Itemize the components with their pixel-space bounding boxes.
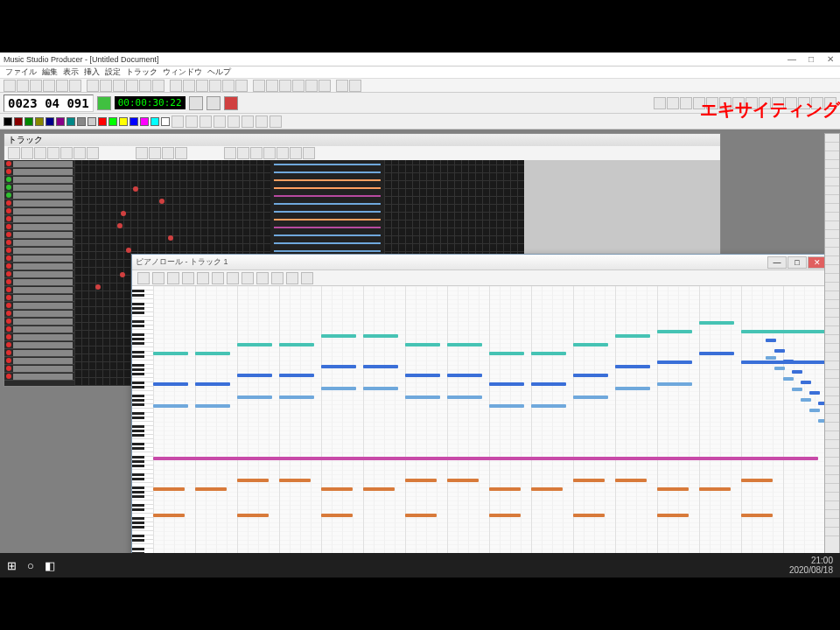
midi-note[interactable]: [531, 404, 566, 408]
midi-note[interactable]: [809, 409, 820, 412]
piano-key-black[interactable]: [132, 539, 144, 542]
side-cell[interactable]: [825, 169, 839, 178]
side-cell[interactable]: [825, 151, 839, 160]
midi-note[interactable]: [405, 374, 440, 377]
piano-key-black[interactable]: [132, 364, 144, 367]
midi-note[interactable]: [405, 343, 440, 346]
track-led-icon[interactable]: [6, 287, 11, 292]
toolbar-button-6[interactable]: [87, 80, 99, 92]
toolbar-button-24[interactable]: [336, 80, 348, 92]
midi-note[interactable]: [489, 487, 521, 491]
toolbar-button-25[interactable]: [349, 80, 361, 92]
track-tool-17[interactable]: [303, 147, 315, 159]
color-swatch-5[interactable]: [56, 117, 65, 126]
piano-key-black[interactable]: [132, 338, 144, 340]
color-swatch-12[interactable]: [130, 117, 138, 126]
midi-note[interactable]: [279, 374, 314, 377]
track-row[interactable]: [4, 302, 74, 310]
piano-key-black[interactable]: [132, 535, 144, 537]
midi-note[interactable]: [153, 514, 185, 517]
play-button[interactable]: [97, 96, 111, 110]
midi-note[interactable]: [699, 352, 734, 355]
midi-note[interactable]: [363, 365, 398, 368]
midi-note[interactable]: [279, 396, 314, 399]
piano-key-black[interactable]: [132, 522, 144, 524]
track-led-icon[interactable]: [6, 263, 11, 269]
track-row[interactable]: [4, 294, 74, 302]
piano-key-black[interactable]: [132, 333, 144, 336]
track-led-icon[interactable]: [6, 295, 11, 300]
side-cell[interactable]: [825, 370, 839, 379]
toolbar-button-9[interactable]: [126, 80, 138, 92]
side-cell[interactable]: [825, 178, 839, 186]
piano-key-black[interactable]: [132, 491, 144, 494]
midi-note[interactable]: [153, 457, 818, 460]
piano-key-black[interactable]: [132, 508, 144, 511]
track-row[interactable]: [4, 333, 74, 341]
track-led-icon[interactable]: [6, 248, 11, 253]
track-row[interactable]: [4, 231, 74, 239]
track-row[interactable]: [4, 184, 74, 192]
midi-note[interactable]: [279, 343, 314, 346]
piano-key-black[interactable]: [132, 342, 144, 345]
midi-note[interactable]: [237, 343, 272, 346]
toolbar-button-13[interactable]: [183, 80, 195, 92]
taskview-icon[interactable]: ◧: [45, 559, 55, 572]
midi-note[interactable]: [573, 343, 608, 346]
track-row[interactable]: [4, 310, 74, 318]
track-row[interactable]: [4, 255, 74, 262]
track-row[interactable]: [4, 278, 74, 286]
midi-note[interactable]: [405, 396, 440, 399]
track-led-icon[interactable]: [6, 303, 11, 308]
side-cell[interactable]: [825, 484, 839, 493]
side-cell[interactable]: [825, 160, 839, 169]
toolbar-button-22[interactable]: [305, 80, 318, 92]
track-row[interactable]: [4, 341, 74, 349]
track-led-icon[interactable]: [6, 326, 11, 332]
color-swatch-9[interactable]: [98, 117, 107, 126]
taskbar-clock[interactable]: 21:00: [789, 556, 833, 565]
toolbar-button-8[interactable]: [113, 80, 125, 92]
midi-note[interactable]: [741, 479, 773, 482]
midi-note[interactable]: [792, 388, 802, 391]
toolbar-button-20[interactable]: [279, 80, 291, 92]
track-row[interactable]: [4, 286, 74, 294]
piano-key-black[interactable]: [132, 290, 144, 292]
piano-tool-3[interactable]: [182, 272, 194, 284]
side-cell[interactable]: [825, 528, 839, 536]
event-bar[interactable]: [274, 250, 381, 252]
piano-tool-0[interactable]: [137, 272, 150, 284]
track-row[interactable]: [4, 349, 74, 357]
toolbar2-button-1[interactable]: [186, 116, 198, 128]
menu-insert[interactable]: 挿入: [84, 66, 100, 78]
midi-note[interactable]: [153, 352, 188, 355]
midi-note[interactable]: [363, 334, 398, 338]
track-tool-1[interactable]: [21, 147, 33, 159]
track-led-icon[interactable]: [6, 366, 11, 371]
side-cell[interactable]: [825, 230, 839, 239]
midi-note[interactable]: [489, 352, 524, 355]
event-bar[interactable]: [274, 187, 381, 189]
side-cell[interactable]: [825, 396, 839, 405]
side-cell[interactable]: [825, 335, 839, 344]
track-led-icon[interactable]: [6, 232, 11, 237]
track-tool-0[interactable]: [8, 147, 20, 159]
midi-note[interactable]: [615, 387, 650, 390]
midi-note[interactable]: [363, 387, 398, 390]
side-cell[interactable]: [825, 283, 839, 291]
midi-note[interactable]: [447, 396, 482, 399]
event-bar[interactable]: [274, 242, 381, 244]
rewind-button[interactable]: [189, 96, 203, 110]
track-led-icon[interactable]: [6, 161, 11, 166]
midi-note[interactable]: [573, 396, 608, 399]
piano-key-black[interactable]: [132, 294, 144, 297]
piano-tool-6[interactable]: [227, 272, 239, 284]
side-cell[interactable]: [825, 423, 839, 431]
start-button[interactable]: ⊞: [7, 559, 17, 572]
close-button[interactable]: ✕: [824, 54, 836, 64]
side-cell[interactable]: [825, 221, 839, 230]
midi-note[interactable]: [195, 382, 230, 386]
color-swatch-3[interactable]: [35, 117, 44, 126]
track-led-icon[interactable]: [6, 350, 11, 355]
piano-key-black[interactable]: [132, 403, 144, 406]
